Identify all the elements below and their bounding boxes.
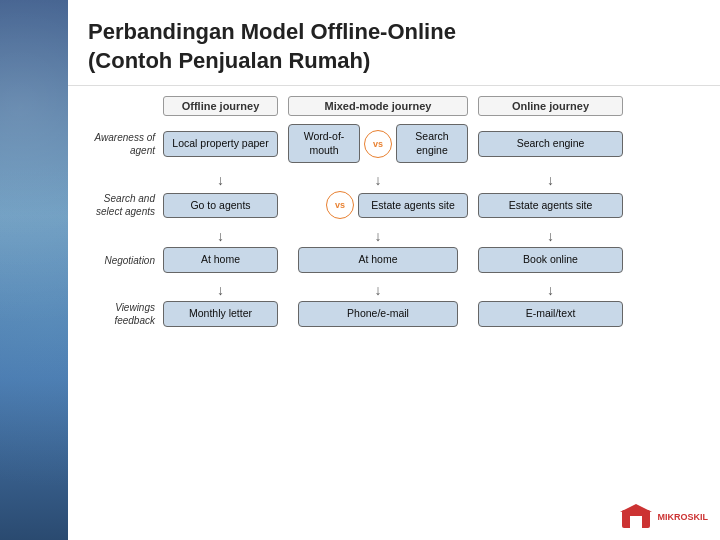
arrow-online-3: ↓ (478, 283, 623, 297)
row-awareness: Awareness of agent Local property paper … (83, 124, 705, 163)
mixed-group-search: vs Estate agents site (288, 191, 468, 219)
arrow-offline-3: ↓ (163, 283, 278, 297)
arrow-online-1: ↓ (478, 173, 623, 187)
box-monthly-letter: Monthly letter (163, 301, 278, 327)
mixed-group-awareness: Word-of-mouth vs Search engine (288, 124, 468, 163)
arrows-2: ↓ ↓ ↓ (163, 229, 705, 243)
box-estate-agents-mixed: Estate agents site (358, 193, 468, 219)
box-email-text: E-mail/text (478, 301, 623, 327)
label-awareness: Awareness of agent (83, 131, 163, 157)
arrow-offline-2: ↓ (163, 229, 278, 243)
header-online: Online journey (478, 96, 623, 116)
arrow-mixed-3: ↓ (288, 283, 468, 297)
box-at-home-mixed: At home (298, 247, 458, 273)
arrow-mixed-1: ↓ (288, 173, 468, 187)
main-content: Perbandingan Model Offline-Online (Conto… (68, 0, 720, 540)
box-go-to-agents: Go to agents (163, 193, 278, 219)
label-search-select: Search and select agents (83, 192, 163, 218)
left-decorative-strip (0, 0, 68, 540)
vs-circle-awareness: vs (364, 130, 392, 158)
arrow-offline-1: ↓ (163, 173, 278, 187)
arrows-3: ↓ ↓ ↓ (163, 283, 705, 297)
box-phone-email: Phone/e-mail (298, 301, 458, 327)
box-search-engine-mixed: Search engine (396, 124, 468, 163)
svg-marker-1 (620, 504, 652, 512)
page-title: Perbandingan Model Offline-Online (Conto… (88, 18, 700, 75)
mixed-group-negotiation: At home (288, 247, 468, 273)
box-word-of-mouth: Word-of-mouth (288, 124, 360, 163)
arrow-mixed-2: ↓ (288, 229, 468, 243)
vs-circle-search: vs (326, 191, 354, 219)
logo-text: MIKROSKIL (658, 512, 709, 523)
label-negotiation: Negotiation (83, 254, 163, 267)
box-at-home-offline: At home (163, 247, 278, 273)
arrows-1: ↓ ↓ ↓ (163, 173, 705, 187)
row-search-select: Search and select agents Go to agents vs… (83, 191, 705, 219)
label-viewings: Viewings feedback (83, 301, 163, 327)
mikroskil-logo-icon (618, 502, 654, 532)
row-viewings: Viewings feedback Monthly letter Phone/e… (83, 301, 705, 327)
column-headers: Offline journey Mixed-mode journey Onlin… (163, 96, 705, 116)
svg-rect-2 (630, 516, 642, 528)
logo-area: MIKROSKIL (618, 502, 709, 532)
box-local-property-paper: Local property paper (163, 131, 278, 157)
arrow-online-2: ↓ (478, 229, 623, 243)
diagram-area: Offline journey Mixed-mode journey Onlin… (68, 86, 720, 347)
row-negotiation: Negotiation At home At home Book online (83, 247, 705, 273)
box-estate-agents-online: Estate agents site (478, 193, 623, 219)
header-mixed: Mixed-mode journey (288, 96, 468, 116)
title-area: Perbandingan Model Offline-Online (Conto… (68, 0, 720, 86)
box-search-engine-online: Search engine (478, 131, 623, 157)
box-book-online: Book online (478, 247, 623, 273)
mixed-group-viewings: Phone/e-mail (288, 301, 468, 327)
header-offline: Offline journey (163, 96, 278, 116)
